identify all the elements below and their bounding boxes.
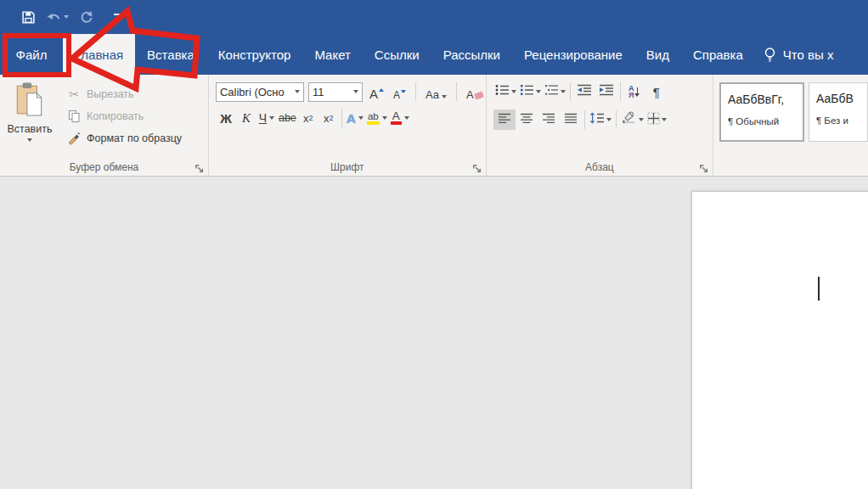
font-name-combobox[interactable]: Calibri (Осно [216, 82, 304, 102]
change-case-dropdown-icon [442, 95, 447, 98]
paragraph-dialog-launcher[interactable] [699, 162, 709, 172]
save-button[interactable] [14, 4, 42, 30]
tab-layout[interactable]: Макет [302, 34, 362, 75]
grow-font-button[interactable]: А [367, 82, 386, 102]
font-name-dropdown-icon [295, 90, 300, 93]
cut-button[interactable]: ✂ Вырезать [65, 83, 182, 105]
align-left-button[interactable] [493, 110, 516, 130]
justify-icon [564, 112, 578, 127]
shading-button[interactable] [619, 110, 645, 130]
quick-access-toolbar [14, 4, 121, 30]
multilevel-list-button[interactable] [543, 82, 567, 102]
underline-dropdown-icon [269, 116, 274, 120]
text-effects-button[interactable]: А [345, 108, 365, 128]
line-spacing-button[interactable] [588, 110, 613, 130]
borders-button[interactable] [645, 110, 668, 130]
numbering-icon [520, 84, 534, 99]
text-caret [818, 277, 820, 301]
italic-button[interactable]: К [236, 108, 256, 128]
separator [584, 110, 585, 129]
customize-quick-access-icon [114, 14, 121, 15]
tab-help[interactable]: Справка [681, 34, 755, 75]
copy-button[interactable]: Копировать [65, 105, 182, 127]
redo-icon [79, 10, 93, 24]
highlight-label: ab [368, 112, 379, 121]
pilcrow-icon: ¶ [653, 85, 660, 99]
grow-font-caret-icon [379, 88, 384, 92]
document-page[interactable] [691, 191, 868, 489]
word-window: Файл Главная Вставка Конструктор Макет С… [0, 0, 868, 489]
font-color-label: А [392, 111, 400, 121]
paragraph-group-label: Абзац [487, 161, 713, 173]
align-center-button[interactable] [516, 110, 538, 130]
align-right-button[interactable] [538, 110, 560, 130]
change-case-button[interactable]: Аа [423, 82, 449, 102]
increase-indent-button[interactable] [595, 82, 617, 102]
line-spacing-dropdown-icon [606, 118, 612, 121]
tab-view[interactable]: Вид [634, 34, 681, 75]
tab-design[interactable]: Конструктор [206, 34, 303, 75]
shrink-font-button[interactable]: А [391, 82, 409, 102]
underline-label: Ч [259, 111, 267, 125]
format-painter-brush-icon [65, 132, 83, 145]
clear-formatting-eraser-icon [474, 92, 484, 100]
document-area [0, 177, 868, 489]
underline-button[interactable]: Ч [256, 108, 277, 128]
style-card-normal[interactable]: АаБбВвГг, ¶ Обычный [719, 82, 804, 142]
bold-button[interactable]: Ж [216, 108, 236, 128]
font-size-combobox[interactable]: 11 [308, 82, 363, 102]
tab-mailings[interactable]: Рассылки [431, 34, 512, 75]
separator [341, 109, 342, 127]
clipboard-group: Вставить ✂ Вырезать Копировать [0, 75, 209, 176]
lightbulb-icon [764, 47, 776, 63]
clear-formatting-button[interactable]: А [464, 82, 486, 102]
strikethrough-button[interactable]: abe [277, 108, 298, 128]
multilevel-list-icon [544, 84, 559, 99]
clipboard-group-label: Буфер обмена [0, 161, 208, 173]
align-left-icon [498, 112, 511, 127]
shading-bucket-icon [621, 111, 637, 128]
sort-icon: А Я [628, 85, 640, 98]
sort-button[interactable]: А Я [623, 82, 645, 102]
font-color-button[interactable]: А [389, 108, 411, 128]
borders-dropdown-icon [662, 118, 667, 121]
font-group-label: Шрифт [209, 161, 486, 173]
subscript-button[interactable]: x 2 [298, 108, 318, 128]
bullets-icon [495, 84, 510, 99]
clipboard-dialog-launcher[interactable] [194, 162, 205, 172]
font-color-icon: А [391, 111, 402, 125]
redo-button[interactable] [71, 4, 100, 30]
line-spacing-icon [589, 112, 605, 127]
undo-button[interactable] [42, 4, 71, 30]
tab-file[interactable]: Файл [0, 34, 63, 75]
highlight-button[interactable]: ab [365, 108, 389, 128]
justify-button[interactable] [560, 110, 582, 130]
separator [616, 110, 617, 129]
shading-dropdown-icon [639, 118, 644, 121]
grow-font-label: А [369, 87, 378, 100]
shrink-font-caret-icon [401, 90, 406, 93]
format-painter-button[interactable]: Формат по образцу [65, 127, 182, 149]
bullets-dropdown-icon [511, 90, 516, 93]
numbering-button[interactable] [518, 82, 543, 102]
bullets-button[interactable] [493, 82, 518, 102]
tab-review[interactable]: Рецензирование [512, 34, 634, 75]
show-marks-button[interactable]: ¶ [645, 82, 668, 102]
paragraph-group: А Я ¶ [487, 75, 713, 176]
style-card-no-spacing[interactable]: АаБбВ ¶ Без и [809, 82, 868, 142]
tab-insert[interactable]: Вставка [135, 34, 206, 75]
customize-dropdown-icon [116, 17, 121, 20]
customize-quick-access-button[interactable] [114, 14, 121, 20]
decrease-indent-button[interactable] [573, 82, 595, 102]
tab-references[interactable]: Ссылки [363, 34, 431, 75]
tab-home[interactable]: Главная [63, 34, 135, 75]
superscript-button[interactable]: x 2 [318, 108, 339, 128]
font-dialog-launcher[interactable] [472, 162, 482, 172]
highlight-color-bar [367, 121, 380, 125]
change-case-label: Аа [426, 90, 439, 100]
ribbon: Вставить ✂ Вырезать Копировать [0, 75, 868, 177]
title-bar [0, 0, 868, 34]
text-effects-dropdown-icon [358, 116, 364, 120]
tell-me-box[interactable]: Что вы х [755, 34, 843, 75]
paste-button[interactable]: Вставить [3, 82, 56, 149]
